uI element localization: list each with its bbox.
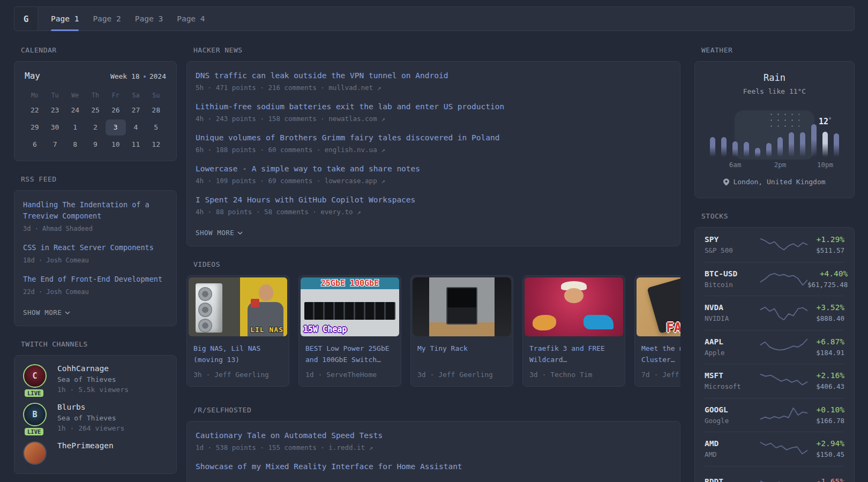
- video-thumbnail[interactable]: [413, 277, 511, 336]
- video-title[interactable]: My Tiny Rack: [417, 343, 506, 365]
- twitch-channel-row[interactable]: ThePrimeagen: [23, 441, 168, 465]
- video-meta: 1d · ServeTheHome: [305, 371, 394, 379]
- hn-show-more-button[interactable]: SHOW MORE: [196, 229, 243, 237]
- weather-x-label: 10pm: [817, 161, 833, 169]
- logo-graphic: [533, 315, 556, 330]
- chevron-down-icon: [65, 311, 70, 314]
- stock-row[interactable]: RDDT -1.65%: [705, 466, 844, 482]
- tab-page-1[interactable]: Page 1: [51, 7, 79, 31]
- video-thumbnail[interactable]: FAS: [637, 277, 680, 336]
- hn-item-title[interactable]: DNS traffic can leak outside the VPN tun…: [196, 70, 671, 81]
- weather-bar: [777, 137, 783, 157]
- stock-name: Apple: [705, 349, 760, 357]
- rss-item-title[interactable]: The End of Front-End Development: [23, 274, 168, 285]
- stock-row[interactable]: AMD AMD +2.94% $150.45: [705, 432, 844, 466]
- video-card: 25GbE 100GbE 15W Cheap BEST Low Power 25…: [298, 275, 401, 387]
- reddit-item-title[interactable]: Showcase of my Mixed Reality Interface f…: [196, 461, 671, 472]
- stock-sparkline: [760, 236, 807, 254]
- weather-bar: [755, 148, 760, 157]
- rss-show-more-button[interactable]: SHOW MORE: [23, 308, 70, 317]
- stock-price: $184.91: [807, 349, 844, 357]
- twitch-channel-row[interactable]: B LIVE Blurbs Sea of Thieves 1h · 264 vi…: [23, 403, 168, 432]
- stock-change: +0.10%: [807, 405, 844, 414]
- weekday-label: Su: [146, 92, 166, 99]
- rss-item-title[interactable]: CSS in React Server Components: [23, 242, 168, 253]
- weather-bar: [766, 143, 772, 157]
- docker-whale-graphic: [583, 315, 613, 329]
- video-meta: 3d · Jeff Geerling: [417, 371, 506, 379]
- calendar-day: 4: [126, 119, 146, 135]
- twitch-avatar: C: [23, 364, 47, 388]
- app-logo[interactable]: G: [14, 7, 38, 31]
- video-info: My Tiny Rack 3d · Jeff Geerling: [411, 338, 513, 386]
- video-card: My Tiny Rack 3d · Jeff Geerling: [410, 275, 513, 387]
- stock-row[interactable]: MSFT Microsoft +2.16% $406.43: [705, 364, 844, 398]
- weather-bar: [834, 133, 839, 157]
- stock-price: $61,725.48: [807, 281, 848, 289]
- stock-change: +2.94%: [807, 439, 844, 448]
- separator-dot: [144, 76, 146, 78]
- stock-change: +1.29%: [807, 235, 844, 244]
- video-info: BEST Low Power 25GbE and 100GbE Switch… …: [299, 338, 401, 386]
- stock-row[interactable]: AAPL Apple +6.87% $184.91: [705, 330, 844, 364]
- weather-condition: Rain: [706, 72, 843, 83]
- stock-symbol: SPY: [705, 235, 760, 244]
- show-more-label: SHOW MORE: [23, 308, 62, 317]
- calendar-day: 24: [65, 102, 85, 118]
- hn-item-meta: 4h · 88 points · 58 comments · every.to …: [196, 207, 671, 217]
- weather-bar: [721, 137, 727, 157]
- reddit-item-title[interactable]: Cautionary Tale on Automated Speed Tests: [196, 430, 671, 441]
- hn-item-title[interactable]: Lithium-free sodium batteries exit the l…: [196, 101, 671, 112]
- calendar-section-label: CALENDAR: [21, 46, 177, 54]
- stock-id: GOOGL Google: [705, 405, 760, 425]
- weather-section-label: WEATHER: [701, 46, 855, 54]
- video-thumbnail[interactable]: LIL NAS: [189, 277, 287, 336]
- stock-row[interactable]: BTC-USD Bitcoin +4.40% $61,725.48: [705, 262, 844, 296]
- stock-sparkline: [760, 406, 807, 424]
- stock-name: AMD: [705, 450, 760, 458]
- rss-item-title[interactable]: Handling The Indentation of a Treeview C…: [23, 199, 168, 222]
- video-thumbnail[interactable]: 25GbE 100GbE 15W Cheap: [301, 277, 399, 336]
- middle-column: HACKER NEWS DNS traffic can leak outside…: [186, 46, 680, 482]
- video-title[interactable]: Meet the new Linux Cluster…: [641, 343, 680, 365]
- stock-row[interactable]: SPY S&P 500 +1.29% $511.57: [705, 228, 844, 262]
- twitch-channel-row[interactable]: C LIVE CohhCarnage Sea of Thieves 1h · 5…: [23, 364, 168, 394]
- avatar: [23, 441, 50, 465]
- hn-item-title[interactable]: Unique volumes of Brothers Grimm fairy t…: [196, 132, 671, 143]
- left-column: CALENDAR May Week 18 2024 Mo Tu We: [14, 46, 177, 482]
- fan-graphic: [198, 287, 212, 301]
- calendar-day-grid: 22 23 24 25 26 27 28 29 30 1 2 3 4 5: [25, 102, 166, 153]
- stock-values: +2.16% $406.43: [807, 371, 844, 390]
- person-graphic: [564, 288, 584, 304]
- weekday-label: Fr: [106, 92, 126, 99]
- stock-change: +3.52%: [807, 303, 844, 312]
- chevron-down-icon: [237, 231, 243, 235]
- stock-row[interactable]: NVDA NVIDIA +3.52% $888.40: [705, 296, 844, 330]
- weather-chart: 12°: [706, 109, 843, 157]
- videos-section-label: VIDEOS: [193, 260, 680, 268]
- weekday-label: Tu: [45, 92, 65, 99]
- calendar-day: 1: [65, 119, 85, 135]
- stock-symbol: MSFT: [705, 371, 760, 380]
- hn-item-meta: 5h · 471 points · 216 comments · mullvad…: [196, 83, 671, 93]
- video-title[interactable]: Big NAS, Lil NAS (moving 13): [193, 343, 282, 365]
- weather-bar: [744, 142, 749, 157]
- stock-sparkline: [760, 338, 807, 356]
- tab-page-4[interactable]: Page 4: [177, 7, 205, 31]
- video-info: Traefik 3 and FREE Wildcard… 3d · Techno…: [523, 338, 625, 386]
- calendar-day: 9: [85, 137, 106, 153]
- selfhosted-card: Cautionary Tale on Automated Speed Tests…: [186, 421, 680, 482]
- tab-page-3[interactable]: Page 3: [135, 7, 163, 31]
- video-thumbnail[interactable]: [525, 277, 623, 336]
- video-meta: 3d · Techno Tim: [529, 371, 618, 379]
- tab-page-2[interactable]: Page 2: [93, 7, 121, 31]
- weather-feels-like: Feels like 11°C: [706, 87, 843, 95]
- video-title[interactable]: BEST Low Power 25GbE and 100GbE Switch…: [305, 343, 394, 365]
- stock-row[interactable]: GOOGL Google +0.10% $166.78: [705, 398, 844, 432]
- hn-item-title[interactable]: Lowercase - A simple way to take and sha…: [196, 163, 671, 174]
- twitch-section-label: TWITCH CHANNELS: [21, 340, 177, 348]
- hn-item-title[interactable]: I Spent 24 Hours with GitHub Copilot Wor…: [196, 194, 671, 205]
- twitch-channel-game: Sea of Thieves: [57, 375, 129, 383]
- avatar: C LIVE: [23, 364, 50, 394]
- video-title[interactable]: Traefik 3 and FREE Wildcard…: [529, 343, 618, 365]
